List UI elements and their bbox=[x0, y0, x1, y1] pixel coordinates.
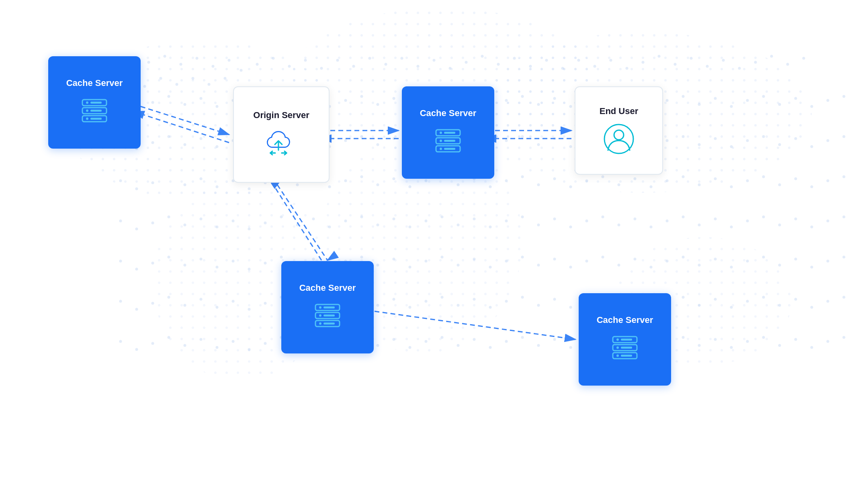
svg-point-405 bbox=[440, 132, 442, 134]
svg-point-92 bbox=[666, 99, 669, 102]
svg-point-228 bbox=[650, 226, 653, 229]
svg-point-99 bbox=[778, 103, 781, 106]
svg-point-295 bbox=[248, 308, 251, 311]
svg-point-98 bbox=[762, 95, 765, 98]
svg-point-288 bbox=[135, 308, 138, 311]
svg-point-373 bbox=[762, 336, 765, 339]
svg-point-132 bbox=[569, 145, 572, 148]
end-user: End User bbox=[575, 86, 663, 175]
svg-point-259 bbox=[409, 266, 411, 269]
svg-point-282 bbox=[778, 264, 781, 267]
svg-point-160 bbox=[296, 184, 299, 186]
svg-point-30 bbox=[368, 57, 371, 60]
svg-point-19 bbox=[192, 77, 194, 80]
svg-point-305 bbox=[409, 306, 411, 309]
svg-point-308 bbox=[457, 304, 460, 307]
svg-point-186 bbox=[714, 178, 717, 180]
cache-server-bottom-right: Cache Server bbox=[579, 293, 671, 386]
svg-point-223 bbox=[569, 226, 572, 229]
svg-point-155 bbox=[216, 186, 219, 188]
svg-point-271 bbox=[602, 256, 604, 259]
svg-point-31 bbox=[385, 63, 387, 66]
svg-point-354 bbox=[457, 344, 460, 347]
svg-rect-417 bbox=[323, 306, 335, 308]
svg-point-101 bbox=[811, 105, 813, 108]
svg-line-391 bbox=[375, 311, 575, 339]
svg-point-377 bbox=[827, 340, 829, 343]
svg-point-17 bbox=[160, 77, 162, 80]
svg-point-121 bbox=[393, 137, 395, 140]
svg-point-331 bbox=[827, 300, 829, 303]
svg-point-139 bbox=[682, 135, 685, 138]
svg-point-212 bbox=[393, 218, 395, 221]
svg-point-376 bbox=[811, 346, 813, 349]
svg-point-175 bbox=[537, 184, 540, 186]
svg-point-198 bbox=[168, 216, 170, 218]
svg-point-292 bbox=[200, 298, 203, 301]
svg-point-84 bbox=[537, 103, 540, 106]
svg-point-310 bbox=[489, 306, 492, 309]
svg-point-208 bbox=[328, 226, 331, 229]
svg-point-173 bbox=[505, 180, 508, 182]
svg-point-408 bbox=[440, 140, 442, 142]
svg-point-142 bbox=[730, 145, 733, 148]
svg-point-270 bbox=[585, 260, 588, 263]
cache-server-middle: Cache Server bbox=[402, 86, 494, 179]
svg-point-293 bbox=[216, 306, 219, 309]
svg-point-189 bbox=[762, 176, 765, 178]
svg-point-428 bbox=[616, 347, 619, 349]
svg-point-217 bbox=[473, 218, 476, 221]
svg-point-371 bbox=[730, 346, 733, 349]
svg-point-27 bbox=[320, 67, 323, 70]
svg-point-146 bbox=[794, 137, 797, 140]
origin-server: Origin Server bbox=[233, 86, 330, 183]
svg-point-129 bbox=[521, 135, 524, 138]
svg-point-356 bbox=[489, 346, 492, 349]
svg-point-151 bbox=[135, 188, 138, 190]
svg-point-245 bbox=[184, 264, 186, 267]
svg-point-102 bbox=[827, 99, 829, 102]
svg-point-351 bbox=[409, 346, 411, 349]
svg-point-210 bbox=[360, 216, 363, 218]
svg-point-349 bbox=[377, 344, 379, 347]
svg-point-315 bbox=[569, 306, 572, 309]
svg-point-237 bbox=[794, 218, 797, 221]
svg-point-49 bbox=[674, 63, 677, 66]
svg-point-280 bbox=[746, 260, 749, 263]
svg-point-267 bbox=[537, 264, 540, 267]
svg-point-360 bbox=[553, 338, 556, 341]
svg-point-172 bbox=[489, 186, 492, 188]
svg-point-368 bbox=[682, 336, 685, 339]
svg-point-230 bbox=[682, 216, 685, 218]
svg-point-194 bbox=[843, 176, 845, 178]
svg-point-283 bbox=[794, 258, 797, 261]
svg-point-85 bbox=[553, 97, 556, 100]
svg-point-200 bbox=[200, 218, 203, 221]
svg-point-329 bbox=[794, 298, 797, 301]
svg-point-213 bbox=[409, 226, 411, 229]
svg-point-307 bbox=[441, 296, 444, 299]
svg-point-378 bbox=[843, 336, 845, 339]
svg-point-138 bbox=[666, 139, 669, 142]
svg-point-224 bbox=[585, 220, 588, 223]
svg-point-240 bbox=[843, 216, 845, 218]
svg-point-41 bbox=[545, 59, 548, 62]
svg-rect-426 bbox=[621, 339, 632, 341]
svg-rect-429 bbox=[621, 347, 632, 349]
svg-point-33 bbox=[417, 65, 420, 68]
svg-point-55 bbox=[770, 55, 773, 58]
svg-point-166 bbox=[393, 178, 395, 180]
svg-point-269 bbox=[569, 266, 572, 269]
svg-point-220 bbox=[521, 216, 524, 218]
svg-point-335 bbox=[151, 342, 154, 345]
svg-point-75 bbox=[393, 97, 395, 100]
svg-point-82 bbox=[505, 99, 508, 102]
svg-point-338 bbox=[200, 338, 203, 341]
svg-point-274 bbox=[650, 266, 653, 269]
svg-point-107 bbox=[168, 135, 170, 138]
svg-point-233 bbox=[730, 226, 733, 229]
cache-server-bottom-left-icon bbox=[311, 300, 344, 332]
svg-point-108 bbox=[184, 143, 186, 146]
svg-point-167 bbox=[409, 186, 411, 188]
svg-point-226 bbox=[618, 224, 620, 227]
